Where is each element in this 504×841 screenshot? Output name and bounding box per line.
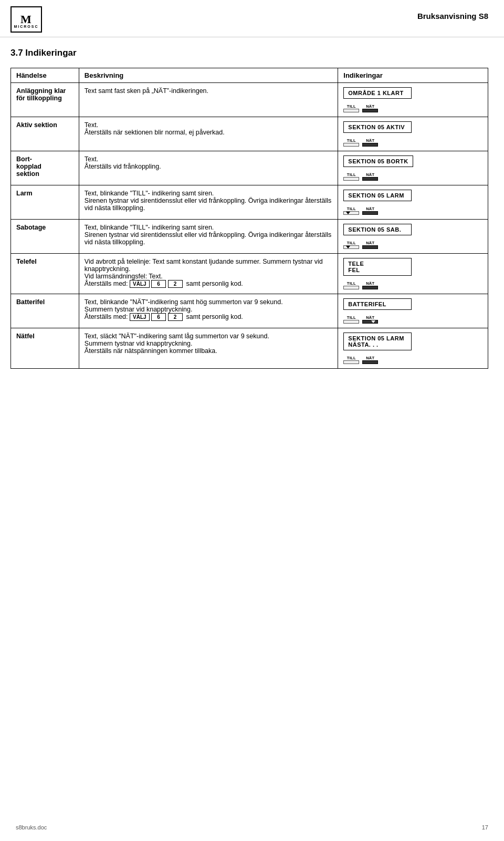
- key-2: 2: [168, 313, 183, 321]
- till-label: TILL: [347, 104, 356, 109]
- indicator-container: SEKTION 05 BORTK TILL NÄT: [343, 155, 482, 181]
- nat-label: NÄT: [366, 281, 374, 286]
- event-indicator: BATTERIFEL TILL NÄT: [338, 294, 488, 328]
- event-description: Text, släckt "NÄT"-indikering samt låg s…: [79, 328, 338, 369]
- key-6: 6: [151, 280, 166, 288]
- table-row: Larm Text, blinkande "TILL"- indikering …: [11, 185, 488, 220]
- key-valj: VÄLJ: [130, 280, 150, 288]
- col-header-desc: Beskrivning: [79, 68, 338, 83]
- indicator-display: TELEFEL: [343, 258, 412, 276]
- nat-bar: [362, 286, 378, 289]
- event-description: Text, blinkande "NÄT"-indikering samt hö…: [79, 294, 338, 328]
- nat-bar: [362, 143, 378, 147]
- button-row: TILL NÄT: [343, 241, 378, 249]
- button-row: TILL NÄT: [343, 281, 378, 289]
- nat-bar: [362, 211, 378, 215]
- till-bar: [343, 320, 359, 324]
- indicator-display: OMRÅDE 1 KLART: [343, 87, 412, 99]
- indicator-container: BATTERIFEL TILL NÄT: [343, 298, 482, 324]
- footer-page: 17: [482, 824, 488, 830]
- main-content: 3.7 Indikeringar Händelse Beskrivning In…: [0, 37, 504, 379]
- table-row: Aktiv sektion Text.Återställs när sektio…: [11, 117, 488, 151]
- event-indicator: TELEFEL TILL NÄT: [338, 254, 488, 294]
- till-label: TILL: [347, 172, 356, 177]
- till-button-area: TILL: [343, 172, 359, 181]
- nat-button-area: NÄT: [362, 104, 378, 112]
- button-row: TILL NÄT: [343, 206, 378, 215]
- event-label: Batterifel: [11, 294, 79, 328]
- till-label: TILL: [347, 281, 356, 286]
- table-row: Telefel Vid avbrott på telelinje: Text s…: [11, 254, 488, 294]
- table-row: Anläggning klar för tillkoppling Text sa…: [11, 83, 488, 117]
- nat-label: NÄT: [366, 172, 374, 177]
- nat-button-area: NÄT: [362, 206, 378, 215]
- logo: M MICROSC: [10, 6, 42, 33]
- document-title: Bruksanvisning S8: [417, 6, 488, 20]
- till-bar: [343, 109, 359, 112]
- table-row: Nätfel Text, släckt "NÄT"-indikering sam…: [11, 328, 488, 369]
- indicator-container: OMRÅDE 1 KLART TILL NÄT: [343, 87, 482, 112]
- till-button-area: TILL: [343, 138, 359, 147]
- button-row: TILL NÄT: [343, 315, 378, 324]
- event-indicator: SEKTION 05 AKTIV TILL NÄT: [338, 117, 488, 151]
- till-label: TILL: [347, 356, 356, 360]
- indicator-container: SEKTION 05 AKTIV TILL NÄT: [343, 121, 482, 147]
- footer-left: s8bruks.doc: [16, 824, 47, 830]
- indikeringar-table: Händelse Beskrivning Indikeringar Anlägg…: [10, 68, 488, 369]
- indicator-display: SEKTION 05 LARM NÄSTA. . .: [343, 333, 412, 350]
- logo-subtitle: MICROSC: [14, 25, 38, 28]
- nat-label: NÄT: [366, 356, 374, 360]
- nat-bar: [362, 109, 378, 112]
- nat-bar: [362, 245, 378, 249]
- till-label: TILL: [347, 241, 356, 245]
- nat-label: NÄT: [366, 138, 374, 143]
- indicator-display: BATTERIFEL: [343, 298, 412, 310]
- event-indicator: OMRÅDE 1 KLART TILL NÄT: [338, 83, 488, 117]
- button-row: TILL NÄT: [343, 138, 378, 147]
- event-description: Text samt fast sken på „NÄT”-indikeringe…: [79, 83, 338, 117]
- col-header-ind: Indikeringar: [338, 68, 488, 83]
- button-row: TILL NÄT: [343, 104, 378, 112]
- table-row: Batterifel Text, blinkande "NÄT"-indiker…: [11, 294, 488, 328]
- till-bar: [343, 286, 359, 289]
- nat-bar-notch: [362, 320, 378, 324]
- nat-label: NÄT: [366, 104, 374, 109]
- event-label: Telefel: [11, 254, 79, 294]
- nat-label: NÄT: [366, 315, 374, 320]
- event-indicator: SEKTION 05 SAB. TILL NÄT: [338, 220, 488, 254]
- indicator-display: SEKTION 05 AKTIV: [343, 121, 412, 133]
- till-button-area: TILL: [343, 315, 359, 324]
- till-button-area: TILL: [343, 356, 359, 364]
- button-row: TILL NÄT: [343, 356, 378, 364]
- event-indicator: SEKTION 05 LARM TILL NÄT: [338, 185, 488, 220]
- event-label: Larm: [11, 185, 79, 220]
- page-footer: s8bruks.doc 17: [0, 824, 504, 830]
- event-description: Vid avbrott på telelinje: Text samt kons…: [79, 254, 338, 294]
- nat-button-area: NÄT: [362, 138, 378, 147]
- event-label: Nätfel: [11, 328, 79, 369]
- till-bar: [343, 360, 359, 364]
- nat-label: NÄT: [366, 206, 374, 211]
- indicator-container: TELEFEL TILL NÄT: [343, 258, 482, 289]
- indicator-container: SEKTION 05 SAB. TILL NÄT: [343, 224, 482, 249]
- key-2: 2: [168, 280, 183, 288]
- event-label: Bort-koppladsektion: [11, 151, 79, 185]
- nat-button-area: NÄT: [362, 356, 378, 364]
- till-label: TILL: [347, 315, 356, 320]
- nat-bar: [362, 177, 378, 181]
- nat-button-area: NÄT: [362, 315, 378, 324]
- event-description: Text.Återställs vid frånkoppling.: [79, 151, 338, 185]
- table-row: Bort-koppladsektion Text.Återställs vid …: [11, 151, 488, 185]
- till-button-area: TILL: [343, 281, 359, 289]
- nat-button-area: NÄT: [362, 241, 378, 249]
- nat-button-area: NÄT: [362, 281, 378, 289]
- indicator-display: SEKTION 05 LARM: [343, 190, 412, 201]
- indicator-display: SEKTION 05 BORTK: [343, 155, 413, 167]
- till-bar-notch: [343, 245, 359, 249]
- till-label: TILL: [347, 138, 356, 143]
- till-label: TILL: [347, 206, 356, 211]
- till-bar-notch: [343, 211, 359, 215]
- event-description: Text, blinkande "TILL"- indikering samt …: [79, 220, 338, 254]
- till-button-area: TILL: [343, 241, 359, 249]
- event-indicator: SEKTION 05 LARM NÄSTA. . . TILL NÄT: [338, 328, 488, 369]
